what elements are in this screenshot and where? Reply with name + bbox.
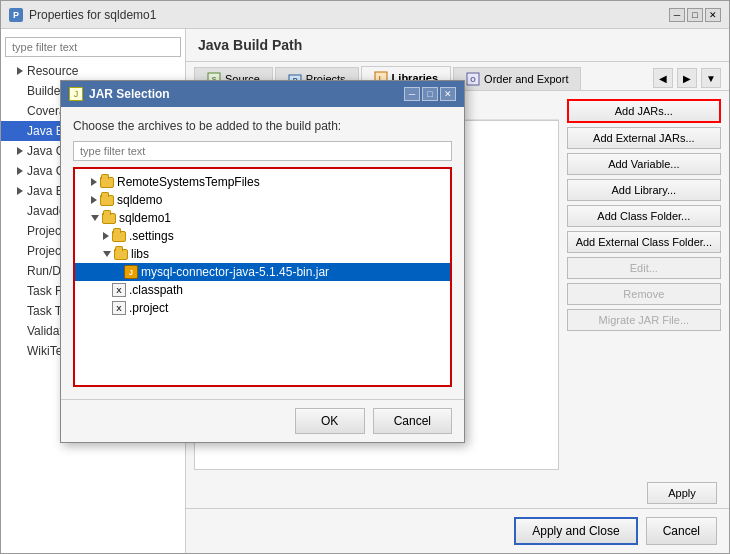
apply-row: Apply <box>186 478 729 508</box>
tab-forward-button[interactable]: ▶ <box>677 68 697 88</box>
window-title: Properties for sqldemo1 <box>29 8 663 22</box>
tree-item-label: RemoteSystemsTempFiles <box>117 175 260 189</box>
sidebar-item-resource[interactable]: Resource <box>1 61 185 81</box>
window-icon: P <box>9 8 23 22</box>
panel-header: Java Build Path <box>186 29 729 62</box>
add-jars-button[interactable]: Add JARs... <box>567 99 721 123</box>
maximize-button[interactable]: □ <box>687 8 703 22</box>
tree-item-project[interactable]: X .project <box>75 299 450 317</box>
expand-icon <box>17 67 23 75</box>
main-titlebar: P Properties for sqldemo1 ─ □ ✕ <box>1 1 729 29</box>
tree-item-settings[interactable]: .settings <box>75 227 450 245</box>
tree-item-libs[interactable]: libs <box>75 245 450 263</box>
tab-order-export[interactable]: O Order and Export <box>453 67 581 90</box>
dialog-cancel-button[interactable]: Cancel <box>373 408 452 434</box>
apply-close-button[interactable]: Apply and Close <box>514 517 637 545</box>
tree-item-sqldemo1[interactable]: sqldemo1 <box>75 209 450 227</box>
sidebar-search-input[interactable] <box>5 37 181 57</box>
dialog-tree[interactable]: RemoteSystemsTempFiles sqldemo sql <box>73 167 452 387</box>
add-library-button[interactable]: Add Library... <box>567 179 721 201</box>
tree-item-remote-systems[interactable]: RemoteSystemsTempFiles <box>75 173 450 191</box>
tree-item-label: .classpath <box>129 283 183 297</box>
dialog-title: JAR Selection <box>89 87 398 101</box>
tree-item-label: mysql-connector-java-5.1.45-bin.jar <box>141 265 329 279</box>
tab-back-button[interactable]: ◀ <box>653 68 673 88</box>
folder-icon <box>114 247 128 261</box>
minimize-button[interactable]: ─ <box>669 8 685 22</box>
tree-item-mysql-jar[interactable]: J mysql-connector-java-5.1.45-bin.jar <box>75 263 450 281</box>
tab-menu-button[interactable]: ▼ <box>701 68 721 88</box>
dialog-body: Choose the archives to be added to the b… <box>61 107 464 399</box>
jar-selection-dialog: J JAR Selection ─ □ ✕ Choose the archive… <box>60 80 465 443</box>
expand-icon <box>103 232 109 240</box>
tree-item-label: .settings <box>129 229 174 243</box>
tree-item-classpath[interactable]: X .classpath <box>75 281 450 299</box>
add-external-jars-button[interactable]: Add External JARs... <box>567 127 721 149</box>
folder-icon <box>112 229 126 243</box>
edit-button[interactable]: Edit... <box>567 257 721 279</box>
svg-text:O: O <box>470 76 476 83</box>
expand-icon <box>17 167 23 175</box>
tree-item-label: libs <box>131 247 149 261</box>
dialog-ok-button[interactable]: OK <box>295 408 365 434</box>
tree-item-label: sqldemo1 <box>119 211 171 225</box>
panel-title: Java Build Path <box>198 37 302 53</box>
dialog-maximize-button[interactable]: □ <box>422 87 438 101</box>
add-external-class-folder-button[interactable]: Add External Class Folder... <box>567 231 721 253</box>
remove-button[interactable]: Remove <box>567 283 721 305</box>
add-variable-button[interactable]: Add Variable... <box>567 153 721 175</box>
dialog-close-button[interactable]: ✕ <box>440 87 456 101</box>
expand-icon <box>91 215 99 221</box>
close-button[interactable]: ✕ <box>705 8 721 22</box>
dialog-footer: OK Cancel <box>61 399 464 442</box>
expand-icon <box>91 196 97 204</box>
expand-icon <box>17 147 23 155</box>
cancel-button[interactable]: Cancel <box>646 517 717 545</box>
expand-icon <box>103 251 111 257</box>
expand-icon <box>91 178 97 186</box>
tab-navigation: ◀ ▶ ▼ <box>653 68 721 88</box>
jar-icon: J <box>124 265 138 279</box>
add-class-folder-button[interactable]: Add Class Folder... <box>567 205 721 227</box>
dialog-search-input[interactable] <box>73 141 452 161</box>
tree-item-sqldemo[interactable]: sqldemo <box>75 191 450 209</box>
dialog-minimize-button[interactable]: ─ <box>404 87 420 101</box>
order-export-tab-icon: O <box>466 72 480 86</box>
tab-order-export-label: Order and Export <box>484 73 568 85</box>
folder-icon <box>100 175 114 189</box>
classpath-icon: X <box>112 283 126 297</box>
folder-icon <box>102 211 116 225</box>
tree-item-label: sqldemo <box>117 193 162 207</box>
dialog-controls: ─ □ ✕ <box>404 87 456 101</box>
tree-item-label: .project <box>129 301 168 315</box>
apply-button[interactable]: Apply <box>647 482 717 504</box>
folder-icon <box>100 193 114 207</box>
bottom-bar: Apply and Close Cancel <box>186 508 729 553</box>
migrate-jar-button[interactable]: Migrate JAR File... <box>567 309 721 331</box>
dialog-icon: J <box>69 87 83 101</box>
titlebar-controls: ─ □ ✕ <box>669 8 721 22</box>
project-icon: X <box>112 301 126 315</box>
sidebar-item-label: Resource <box>27 64 78 78</box>
dialog-titlebar: J JAR Selection ─ □ ✕ <box>61 81 464 107</box>
dialog-description: Choose the archives to be added to the b… <box>73 119 452 133</box>
expand-icon <box>17 187 23 195</box>
action-buttons: Add JARs... Add External JARs... Add Var… <box>559 99 721 470</box>
